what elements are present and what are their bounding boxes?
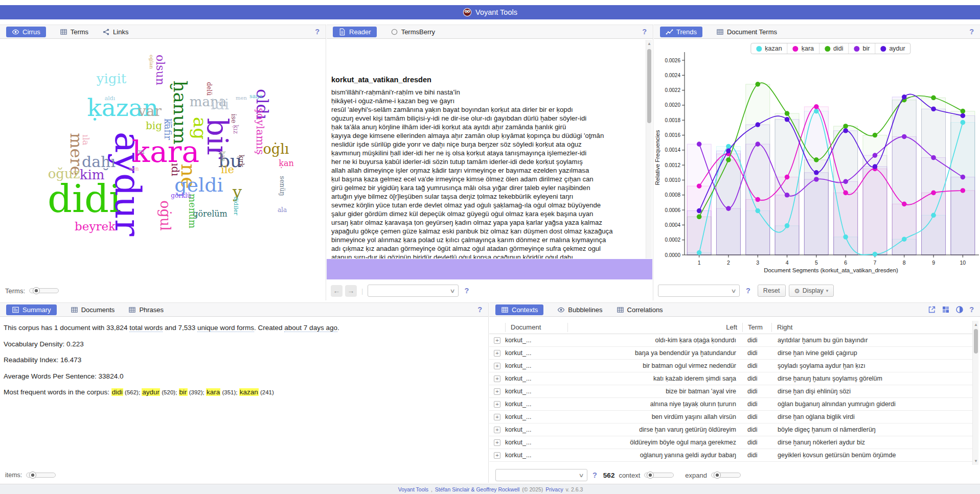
expand-row-icon[interactable]: + [494, 363, 500, 369]
terms-slider[interactable] [29, 288, 59, 293]
expand-row-icon[interactable]: + [494, 439, 500, 446]
next-document-button[interactable]: → [345, 285, 357, 297]
frequent-term[interactable]: didi [111, 388, 123, 396]
help-icon[interactable]: ? [642, 28, 647, 36]
items-slider[interactable] [26, 473, 56, 478]
legend-item[interactable]: ḳara [787, 43, 819, 54]
tab-contexts[interactable]: Contexts [495, 304, 543, 315]
scroll-down-icon[interactable]: ▼ [973, 459, 979, 463]
legend-item[interactable]: ḳazan [751, 43, 787, 54]
cloud-word[interactable]: at [167, 121, 173, 126]
trend-term-combo[interactable]: ∨ [658, 285, 740, 297]
expand-row-icon[interactable]: + [494, 375, 500, 382]
tab-links[interactable]: Links [102, 28, 128, 36]
cloud-word[interactable]: ḳırk [238, 155, 244, 167]
slider-thumb[interactable] [33, 287, 40, 294]
tab-document-terms[interactable]: Document Terms [716, 28, 777, 36]
export-icon[interactable] [928, 305, 936, 314]
expand-row-icon[interactable]: + [494, 414, 500, 420]
frequent-term[interactable]: kara [206, 388, 220, 396]
cloud-word[interactable]: beyrek [75, 221, 116, 232]
cloud-word[interactable]: ag [191, 117, 209, 140]
help-icon[interactable]: ? [592, 471, 597, 479]
frequent-term[interactable]: bir [179, 388, 188, 396]
cloud-word[interactable]: oġlan [149, 55, 154, 69]
tab-bubblelines[interactable]: Bubblelines [557, 306, 602, 314]
help-icon[interactable]: ? [464, 287, 469, 295]
cloud-word[interactable]: ıla [81, 134, 90, 145]
display-button[interactable]: ⚙ Display ▾ [789, 285, 834, 297]
table-row[interactable]: +korkut_...oġlanuŋ yanına geldi aydur ba… [489, 449, 972, 462]
scrollbar-thumb[interactable] [647, 49, 651, 123]
cloud-word[interactable]: yigit [97, 72, 126, 85]
help-icon[interactable]: ? [969, 305, 974, 314]
document-progress-bar[interactable] [327, 259, 652, 279]
slider-thumb[interactable] [647, 472, 654, 479]
cloud-word[interactable]: ḫan [220, 151, 226, 162]
column-header-left[interactable]: Left [567, 323, 742, 332]
frequent-term[interactable]: aydur [142, 388, 160, 396]
prev-document-button[interactable]: ← [331, 285, 343, 297]
cloud-word[interactable]: senüŋ [279, 176, 286, 196]
table-row[interactable]: +korkut_...bize bir batman 'ayal viredid… [489, 385, 972, 398]
legend-item[interactable]: didi [819, 43, 848, 54]
table-row[interactable]: +korkut_...alnına niye ṭayaḳ olurın ṭuru… [489, 398, 972, 411]
table-row[interactable]: +korkut_...ben virdüm yaşını allah virsü… [489, 411, 972, 424]
tab-summary[interactable]: Summary [6, 304, 57, 315]
tab-termsberry[interactable]: TermsBerry [391, 28, 435, 36]
cloud-word[interactable]: sen [129, 166, 139, 172]
reader-scrollbar[interactable]: ▲ [646, 40, 652, 258]
footer-link[interactable]: Voyant Tools [398, 486, 428, 492]
cloud-word[interactable]: ıdı [170, 163, 180, 176]
context-slider[interactable] [644, 473, 674, 478]
table-row[interactable]: +korkut_...öldüreyim böyle oġul maŋa ger… [489, 436, 972, 449]
cloud-word[interactable]: saŋa [249, 93, 263, 99]
column-header-right[interactable]: Right [771, 323, 972, 332]
cloud-word[interactable]: oġlı [263, 142, 289, 156]
expand-row-icon[interactable]: + [494, 427, 500, 433]
cloud-word[interactable]: görklü [171, 193, 191, 199]
cloud-word[interactable]: kim [80, 168, 105, 181]
tab-correlations[interactable]: Correlations [617, 306, 663, 314]
tab-cirrus[interactable]: Cirrus [6, 27, 46, 37]
expand-row-icon[interactable]: + [494, 350, 500, 357]
table-row[interactable]: +korkut_...katı ḳażab iderem şimdi saŋad… [489, 372, 972, 385]
tab-trends[interactable]: Trends [660, 27, 702, 37]
cloud-word[interactable]: didiler [233, 197, 239, 215]
table-row[interactable]: +korkut_...bir batman oġul virmez nedend… [489, 360, 972, 372]
cloud-word[interactable]: delü [206, 82, 212, 96]
table-row[interactable]: +korkut_...baŋa ya bendendür ya ḫatundan… [489, 347, 972, 360]
cloud-word[interactable]: oğuz [48, 167, 80, 180]
cloud-word[interactable]: şoylamış [255, 108, 265, 155]
summary-stat-link[interactable]: about 7 days ago [284, 324, 337, 332]
cloud-word[interactable]: mı [136, 149, 144, 155]
tab-documents[interactable]: Documents [71, 306, 115, 314]
trends-chart[interactable]: 0.00000.00020.00040.00060.00080.00100.00… [654, 45, 979, 280]
frequent-term[interactable]: kazan [239, 388, 259, 396]
footer-link[interactable]: Privacy [545, 486, 563, 492]
cloud-word[interactable]: aldı [105, 96, 116, 101]
legend-item[interactable]: aydur [875, 43, 910, 54]
cloud-word[interactable]: big [146, 121, 162, 131]
help-icon[interactable]: ? [477, 305, 482, 314]
cloud-word[interactable]: men [236, 96, 247, 101]
help-icon[interactable]: ? [969, 28, 974, 36]
help-icon[interactable]: ? [315, 28, 320, 36]
reader-search-combo[interactable]: ∨ [368, 285, 459, 297]
legend-item[interactable]: bir [848, 43, 875, 54]
help-icon[interactable]: ? [746, 287, 750, 295]
scrollbar-thumb[interactable] [974, 329, 978, 354]
cloud-word[interactable]: idi [211, 98, 229, 112]
summary-stat-link[interactable]: unique word forms [197, 324, 254, 332]
cloud-word[interactable]: ḳan [279, 159, 294, 168]
tab-phrases[interactable]: Phrases [128, 306, 164, 314]
expand-row-icon[interactable]: + [494, 388, 500, 395]
toggle-icon[interactable] [955, 305, 964, 314]
table-row[interactable]: +korkut_...oldı-kim ḳara oṭaġa ḳondurdıd… [489, 334, 972, 347]
cloud-word[interactable]: olsun [154, 55, 166, 85]
cloud-word[interactable]: ise [231, 114, 237, 124]
footer-link[interactable]: Stéfan Sinclair & Geoffrey Rockwell [435, 486, 520, 492]
scroll-up-icon[interactable]: ▲ [973, 322, 979, 327]
expand-row-icon[interactable]: + [494, 337, 500, 344]
cloud-word[interactable]: ile [221, 164, 234, 175]
